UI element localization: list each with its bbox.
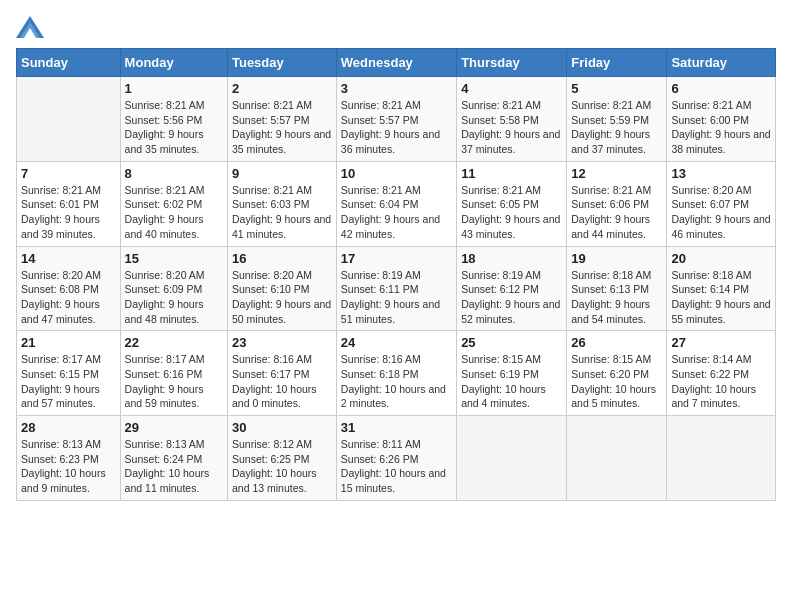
day-info: Sunrise: 8:21 AMSunset: 6:06 PMDaylight:… bbox=[571, 183, 662, 242]
logo bbox=[16, 16, 48, 38]
day-number: 20 bbox=[671, 251, 771, 266]
day-info: Sunrise: 8:20 AMSunset: 6:08 PMDaylight:… bbox=[21, 268, 116, 327]
day-number: 9 bbox=[232, 166, 332, 181]
day-number: 28 bbox=[21, 420, 116, 435]
day-number: 11 bbox=[461, 166, 562, 181]
calendar-cell bbox=[457, 416, 567, 501]
calendar-cell: 11 Sunrise: 8:21 AMSunset: 6:05 PMDaylig… bbox=[457, 161, 567, 246]
day-info: Sunrise: 8:12 AMSunset: 6:25 PMDaylight:… bbox=[232, 437, 332, 496]
calendar-cell bbox=[17, 77, 121, 162]
calendar-week-row: 21 Sunrise: 8:17 AMSunset: 6:15 PMDaylig… bbox=[17, 331, 776, 416]
day-number: 22 bbox=[125, 335, 223, 350]
calendar-header-row: SundayMondayTuesdayWednesdayThursdayFrid… bbox=[17, 49, 776, 77]
calendar-week-row: 1 Sunrise: 8:21 AMSunset: 5:56 PMDayligh… bbox=[17, 77, 776, 162]
calendar-cell: 18 Sunrise: 8:19 AMSunset: 6:12 PMDaylig… bbox=[457, 246, 567, 331]
header-day-saturday: Saturday bbox=[667, 49, 776, 77]
calendar-cell: 27 Sunrise: 8:14 AMSunset: 6:22 PMDaylig… bbox=[667, 331, 776, 416]
calendar-cell: 3 Sunrise: 8:21 AMSunset: 5:57 PMDayligh… bbox=[336, 77, 456, 162]
calendar-cell: 16 Sunrise: 8:20 AMSunset: 6:10 PMDaylig… bbox=[227, 246, 336, 331]
day-info: Sunrise: 8:21 AMSunset: 6:00 PMDaylight:… bbox=[671, 98, 771, 157]
calendar-week-row: 28 Sunrise: 8:13 AMSunset: 6:23 PMDaylig… bbox=[17, 416, 776, 501]
calendar-cell: 12 Sunrise: 8:21 AMSunset: 6:06 PMDaylig… bbox=[567, 161, 667, 246]
day-info: Sunrise: 8:20 AMSunset: 6:09 PMDaylight:… bbox=[125, 268, 223, 327]
day-number: 23 bbox=[232, 335, 332, 350]
day-info: Sunrise: 8:20 AMSunset: 6:10 PMDaylight:… bbox=[232, 268, 332, 327]
calendar-cell: 26 Sunrise: 8:15 AMSunset: 6:20 PMDaylig… bbox=[567, 331, 667, 416]
day-info: Sunrise: 8:15 AMSunset: 6:19 PMDaylight:… bbox=[461, 352, 562, 411]
day-info: Sunrise: 8:16 AMSunset: 6:18 PMDaylight:… bbox=[341, 352, 452, 411]
day-info: Sunrise: 8:21 AMSunset: 5:56 PMDaylight:… bbox=[125, 98, 223, 157]
day-info: Sunrise: 8:17 AMSunset: 6:15 PMDaylight:… bbox=[21, 352, 116, 411]
calendar-cell: 29 Sunrise: 8:13 AMSunset: 6:24 PMDaylig… bbox=[120, 416, 227, 501]
day-number: 1 bbox=[125, 81, 223, 96]
header-day-thursday: Thursday bbox=[457, 49, 567, 77]
day-number: 10 bbox=[341, 166, 452, 181]
day-info: Sunrise: 8:21 AMSunset: 6:02 PMDaylight:… bbox=[125, 183, 223, 242]
day-number: 14 bbox=[21, 251, 116, 266]
calendar-cell: 2 Sunrise: 8:21 AMSunset: 5:57 PMDayligh… bbox=[227, 77, 336, 162]
calendar-cell: 10 Sunrise: 8:21 AMSunset: 6:04 PMDaylig… bbox=[336, 161, 456, 246]
calendar-cell bbox=[567, 416, 667, 501]
calendar-cell: 24 Sunrise: 8:16 AMSunset: 6:18 PMDaylig… bbox=[336, 331, 456, 416]
header-day-monday: Monday bbox=[120, 49, 227, 77]
day-info: Sunrise: 8:21 AMSunset: 5:59 PMDaylight:… bbox=[571, 98, 662, 157]
header bbox=[16, 16, 776, 38]
day-info: Sunrise: 8:19 AMSunset: 6:12 PMDaylight:… bbox=[461, 268, 562, 327]
calendar-cell: 25 Sunrise: 8:15 AMSunset: 6:19 PMDaylig… bbox=[457, 331, 567, 416]
calendar-table: SundayMondayTuesdayWednesdayThursdayFrid… bbox=[16, 48, 776, 501]
day-number: 31 bbox=[341, 420, 452, 435]
calendar-cell: 28 Sunrise: 8:13 AMSunset: 6:23 PMDaylig… bbox=[17, 416, 121, 501]
day-info: Sunrise: 8:14 AMSunset: 6:22 PMDaylight:… bbox=[671, 352, 771, 411]
day-info: Sunrise: 8:17 AMSunset: 6:16 PMDaylight:… bbox=[125, 352, 223, 411]
day-info: Sunrise: 8:11 AMSunset: 6:26 PMDaylight:… bbox=[341, 437, 452, 496]
calendar-cell: 4 Sunrise: 8:21 AMSunset: 5:58 PMDayligh… bbox=[457, 77, 567, 162]
day-number: 4 bbox=[461, 81, 562, 96]
day-info: Sunrise: 8:18 AMSunset: 6:13 PMDaylight:… bbox=[571, 268, 662, 327]
calendar-cell bbox=[667, 416, 776, 501]
day-number: 19 bbox=[571, 251, 662, 266]
calendar-week-row: 7 Sunrise: 8:21 AMSunset: 6:01 PMDayligh… bbox=[17, 161, 776, 246]
day-info: Sunrise: 8:13 AMSunset: 6:24 PMDaylight:… bbox=[125, 437, 223, 496]
day-info: Sunrise: 8:21 AMSunset: 5:57 PMDaylight:… bbox=[341, 98, 452, 157]
day-number: 27 bbox=[671, 335, 771, 350]
day-number: 25 bbox=[461, 335, 562, 350]
header-day-friday: Friday bbox=[567, 49, 667, 77]
day-info: Sunrise: 8:16 AMSunset: 6:17 PMDaylight:… bbox=[232, 352, 332, 411]
day-number: 12 bbox=[571, 166, 662, 181]
calendar-cell: 31 Sunrise: 8:11 AMSunset: 6:26 PMDaylig… bbox=[336, 416, 456, 501]
day-info: Sunrise: 8:21 AMSunset: 6:01 PMDaylight:… bbox=[21, 183, 116, 242]
day-number: 26 bbox=[571, 335, 662, 350]
calendar-cell: 9 Sunrise: 8:21 AMSunset: 6:03 PMDayligh… bbox=[227, 161, 336, 246]
day-number: 24 bbox=[341, 335, 452, 350]
day-number: 17 bbox=[341, 251, 452, 266]
calendar-cell: 22 Sunrise: 8:17 AMSunset: 6:16 PMDaylig… bbox=[120, 331, 227, 416]
day-info: Sunrise: 8:21 AMSunset: 5:57 PMDaylight:… bbox=[232, 98, 332, 157]
day-number: 5 bbox=[571, 81, 662, 96]
day-number: 16 bbox=[232, 251, 332, 266]
day-number: 30 bbox=[232, 420, 332, 435]
logo-icon bbox=[16, 16, 44, 38]
day-info: Sunrise: 8:19 AMSunset: 6:11 PMDaylight:… bbox=[341, 268, 452, 327]
day-info: Sunrise: 8:15 AMSunset: 6:20 PMDaylight:… bbox=[571, 352, 662, 411]
calendar-week-row: 14 Sunrise: 8:20 AMSunset: 6:08 PMDaylig… bbox=[17, 246, 776, 331]
calendar-cell: 7 Sunrise: 8:21 AMSunset: 6:01 PMDayligh… bbox=[17, 161, 121, 246]
calendar-cell: 30 Sunrise: 8:12 AMSunset: 6:25 PMDaylig… bbox=[227, 416, 336, 501]
day-info: Sunrise: 8:21 AMSunset: 5:58 PMDaylight:… bbox=[461, 98, 562, 157]
day-info: Sunrise: 8:20 AMSunset: 6:07 PMDaylight:… bbox=[671, 183, 771, 242]
header-day-wednesday: Wednesday bbox=[336, 49, 456, 77]
header-day-sunday: Sunday bbox=[17, 49, 121, 77]
day-number: 3 bbox=[341, 81, 452, 96]
day-number: 7 bbox=[21, 166, 116, 181]
header-day-tuesday: Tuesday bbox=[227, 49, 336, 77]
day-number: 29 bbox=[125, 420, 223, 435]
calendar-cell: 19 Sunrise: 8:18 AMSunset: 6:13 PMDaylig… bbox=[567, 246, 667, 331]
day-number: 13 bbox=[671, 166, 771, 181]
calendar-cell: 5 Sunrise: 8:21 AMSunset: 5:59 PMDayligh… bbox=[567, 77, 667, 162]
calendar-cell: 15 Sunrise: 8:20 AMSunset: 6:09 PMDaylig… bbox=[120, 246, 227, 331]
day-info: Sunrise: 8:21 AMSunset: 6:03 PMDaylight:… bbox=[232, 183, 332, 242]
calendar-cell: 21 Sunrise: 8:17 AMSunset: 6:15 PMDaylig… bbox=[17, 331, 121, 416]
day-info: Sunrise: 8:13 AMSunset: 6:23 PMDaylight:… bbox=[21, 437, 116, 496]
calendar-cell: 14 Sunrise: 8:20 AMSunset: 6:08 PMDaylig… bbox=[17, 246, 121, 331]
day-info: Sunrise: 8:18 AMSunset: 6:14 PMDaylight:… bbox=[671, 268, 771, 327]
calendar-cell: 1 Sunrise: 8:21 AMSunset: 5:56 PMDayligh… bbox=[120, 77, 227, 162]
